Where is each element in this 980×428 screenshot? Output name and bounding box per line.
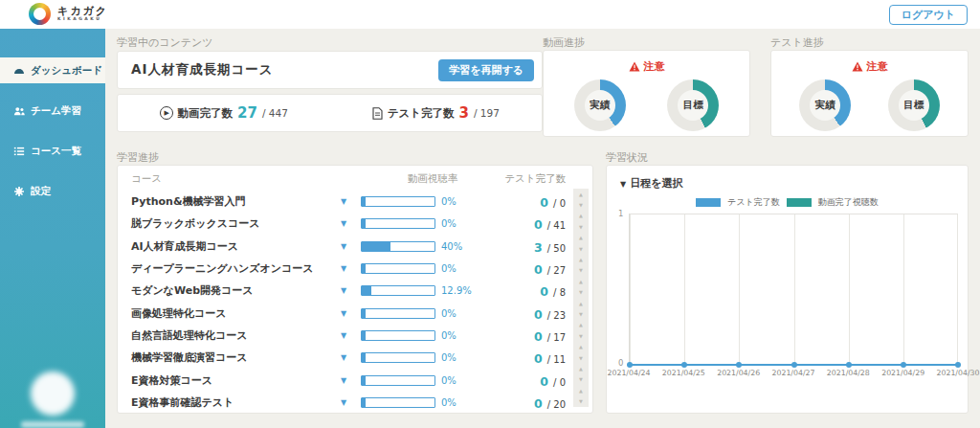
video-progress-bar (361, 375, 435, 386)
course-name: Python&機械学習入門 (118, 194, 326, 209)
section-label-status: 学習状況 (606, 150, 648, 165)
data-point[interactable] (791, 362, 797, 368)
test-warning-badge: 注意 (771, 59, 968, 74)
chevron-down-icon[interactable]: ▼ (326, 197, 361, 206)
user-avatar[interactable] (31, 372, 75, 416)
course-name: E資格対策コース (118, 373, 326, 388)
video-progress-bar (361, 241, 435, 252)
current-course-card: AI人材育成長期コース 学習を再開する (117, 51, 543, 89)
resume-learning-button[interactable]: 学習を再開する (438, 59, 534, 81)
chevron-down-icon: ▼ (620, 180, 626, 189)
y-axis-tick-max: 1 (618, 209, 623, 218)
sidebar-item-settings[interactable]: 設定 (0, 178, 105, 204)
data-point[interactable] (627, 362, 633, 368)
data-point[interactable] (681, 362, 687, 368)
video-progress-bar (361, 352, 435, 363)
video-progress-bar (361, 308, 435, 319)
table-row: E資格対策コース ▼ 0% 0 / 0 (118, 369, 592, 391)
video-completed-stat: ▶ 動画完了数 27 / 447 (118, 104, 330, 122)
section-label-progress-table: 学習進捗 (117, 150, 159, 165)
list-icon (13, 146, 25, 157)
chevron-down-icon[interactable]: ▼ (326, 286, 361, 295)
section-label-test-progress: テスト進捗 (770, 35, 824, 50)
video-target-donut: 目標 (667, 79, 719, 131)
video-rate-label: 12.9% (441, 285, 472, 296)
sidebar-item-course-list[interactable]: コース一覧 (0, 138, 105, 164)
test-completed-value: 3 (458, 104, 468, 122)
user-name-blurred (21, 421, 84, 428)
chevron-down-icon[interactable]: ▼ (326, 219, 361, 228)
line-chart-plot-area (629, 214, 958, 365)
table-row: 自然言語処理特化コース ▼ 0% 0 / 17 (118, 325, 592, 347)
video-progress-bar (361, 218, 435, 229)
legend-swatch-tests (696, 198, 721, 207)
learning-status-card: ▼日程を選択 テスト完了数 動画完了視聴数 1 0 2021/04/24 202… (606, 165, 969, 414)
chevron-down-icon[interactable]: ▼ (326, 309, 361, 318)
video-rate-label: 0% (441, 263, 457, 274)
course-name: E資格事前確認テスト (118, 395, 326, 410)
video-rate-label: 0% (441, 352, 457, 363)
table-row: 機械学習徹底演習コース ▼ 0% 0 / 11 (118, 347, 592, 369)
video-rate-label: 0% (441, 196, 457, 207)
data-point[interactable] (736, 362, 742, 368)
table-row: Python&機械学習入門 ▼ 0% 0 / 0 (118, 191, 592, 213)
video-completed-value: 27 (237, 104, 257, 122)
chevron-down-icon[interactable]: ▼ (326, 242, 361, 251)
chevron-down-icon[interactable]: ▼ (326, 353, 361, 362)
sidebar-item-label: 設定 (31, 185, 51, 198)
data-point[interactable] (955, 362, 961, 368)
sidebar-item-team-learning[interactable]: チーム学習 (0, 98, 105, 124)
test-completed-stat: テスト完了数 3 / 197 (330, 104, 543, 122)
sidebar-item-label: チーム学習 (31, 104, 81, 118)
sidebar-nav: ダッシュボード チーム学習 コース一覧 設定 (0, 29, 105, 428)
video-rate-label: 0% (441, 308, 457, 319)
table-row: 画像処理特化コース ▼ 0% 0 / 23 (118, 302, 592, 324)
col-header-video-rate: 動画視聴率 (361, 172, 504, 186)
course-stats-card: ▶ 動画完了数 27 / 447 テスト完了数 3 / 197 (117, 94, 543, 132)
table-scrollbar[interactable]: ▲▼▲▼▲▼▲▼▲▼▲▼▲▼▲▼▲▼▲▼ (573, 189, 589, 407)
course-name: AI人材育成長期コース (118, 239, 326, 254)
legend-label-tests: テスト完了数 (727, 196, 780, 209)
video-warning-badge: 注意 (544, 59, 749, 74)
video-rate-label: 40% (441, 241, 462, 252)
course-name: 画像処理特化コース (118, 306, 326, 321)
video-rate-label: 0% (441, 218, 457, 229)
test-target-donut: 目標 (888, 79, 940, 131)
course-title: AI人材育成長期コース (131, 61, 274, 79)
logout-button[interactable]: ログアウト (889, 5, 968, 25)
legend-label-videos: 動画完了視聴数 (818, 196, 879, 209)
chevron-down-icon[interactable]: ▼ (326, 376, 361, 385)
chevron-down-icon[interactable]: ▼ (326, 331, 361, 340)
video-progress-panel: 注意 実績 目標 (543, 50, 750, 137)
warning-icon (852, 61, 863, 72)
data-point[interactable] (901, 362, 906, 368)
play-icon: ▶ (160, 106, 173, 120)
table-row: 脱ブラックボックスコース ▼ 0% 0 / 41 (118, 213, 592, 235)
sidebar-item-dashboard[interactable]: ダッシュボード (0, 57, 105, 83)
video-rate-label: 0% (441, 330, 457, 341)
section-label-learning-content: 学習中のコンテンツ (117, 35, 213, 50)
chevron-down-icon[interactable]: ▼ (326, 398, 361, 407)
sidebar-item-label: ダッシュボード (31, 64, 102, 78)
video-rate-label: 0% (441, 375, 457, 386)
data-point[interactable] (846, 362, 852, 368)
course-name: 脱ブラックボックスコース (118, 216, 326, 231)
x-axis-labels: 2021/04/24 2021/04/25 2021/04/26 2021/04… (629, 369, 958, 380)
date-select-dropdown[interactable]: ▼日程を選択 (620, 176, 682, 191)
sidebar-item-label: コース一覧 (31, 145, 81, 158)
kikagaku-logo-icon (29, 3, 51, 25)
document-icon (372, 107, 383, 120)
app-logo: キカガク KIKAGAKU (29, 3, 108, 25)
gear-icon (13, 186, 25, 197)
table-header-row: コース 動画視聴率 テスト完了数 (118, 168, 592, 191)
test-actual-donut: 実績 (799, 79, 851, 131)
legend-swatch-videos (787, 198, 812, 207)
chevron-down-icon[interactable]: ▼ (326, 264, 361, 273)
dashboard-icon (13, 65, 25, 77)
warning-icon (629, 61, 640, 72)
video-rate-label: 0% (441, 397, 457, 408)
video-progress-bar (361, 263, 435, 274)
course-progress-table: コース 動画視聴率 テスト完了数 Python&機械学習入門 ▼ 0% 0 / … (117, 165, 593, 414)
video-progress-bar (361, 196, 435, 207)
table-row: AI人材育成長期コース ▼ 40% 3 / 50 (118, 236, 592, 258)
